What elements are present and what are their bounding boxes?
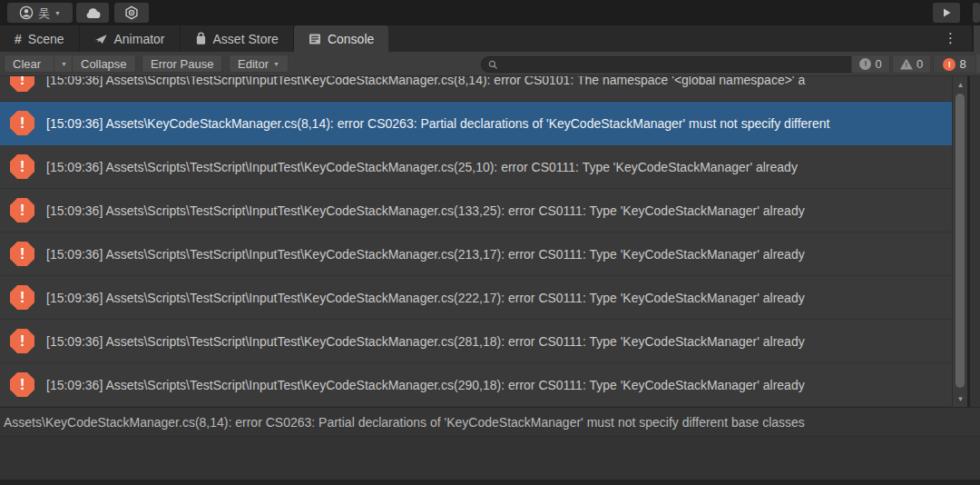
console-log-entry[interactable]: ! [15:09:36] Assets\KeyCodeStackManager.… bbox=[0, 102, 967, 145]
console-status-bar[interactable]: Assets\KeyCodeStackManager.cs(8,14): err… bbox=[0, 407, 980, 436]
empty-detail-area bbox=[0, 436, 980, 480]
tab-animator[interactable]: Animator bbox=[80, 25, 181, 52]
tab-console[interactable]: Console bbox=[294, 25, 388, 52]
info-count-toggle[interactable]: ! 0 bbox=[851, 54, 890, 74]
scroll-down-arrow-icon[interactable]: ▼ bbox=[953, 392, 968, 405]
vertical-scrollbar[interactable]: ▲ ▼ bbox=[952, 76, 967, 407]
window-bottom-edge bbox=[0, 480, 980, 485]
scrollbar-thumb[interactable] bbox=[956, 94, 965, 388]
hexagon-icon bbox=[124, 5, 139, 20]
collapse-label: Collapse bbox=[81, 57, 127, 71]
tab-label: Asset Store bbox=[213, 32, 279, 46]
console-toolbar: Clear ▼ Collapse Error Pause Editor ▼ ! … bbox=[0, 52, 980, 76]
cloud-icon bbox=[84, 7, 102, 19]
console-search-field[interactable] bbox=[481, 56, 866, 73]
panel-tab-bar: # Scene Animator Asset Store bbox=[0, 25, 980, 52]
tab-scene[interactable]: # Scene bbox=[0, 25, 80, 52]
chevron-down-icon: ▼ bbox=[273, 61, 279, 67]
log-entry-text: [15:09:36] Assets\Scripts\TestScript\Inp… bbox=[46, 334, 967, 349]
error-icon: ! bbox=[10, 372, 34, 397]
clear-button[interactable]: Clear bbox=[5, 55, 49, 72]
log-entry-text: [15:09:36] Assets\Scripts\TestScript\Inp… bbox=[46, 247, 967, 262]
package-hub-button[interactable] bbox=[114, 3, 149, 23]
tab-label: Scene bbox=[28, 32, 64, 46]
info-count: 0 bbox=[875, 57, 881, 71]
asset-store-bag-icon bbox=[195, 32, 207, 45]
panel-menu-kebab-icon[interactable]: ⋮ bbox=[944, 31, 955, 45]
console-log-entry[interactable]: ! [15:09:36] Assets\Scripts\TestScript\I… bbox=[0, 76, 967, 102]
toolbar-edge-button[interactable] bbox=[973, 3, 980, 23]
log-entry-text: [15:09:36] Assets\Scripts\TestScript\Inp… bbox=[46, 378, 967, 392]
console-log-entry[interactable]: ! [15:09:36] Assets\Scripts\TestScript\I… bbox=[0, 276, 967, 320]
warning-icon: ! bbox=[900, 59, 913, 70]
unity-editor-window: 吴 ▼ bbox=[0, 0, 980, 485]
error-count-toggle[interactable]: ! 8 bbox=[933, 54, 976, 74]
cloud-services-button[interactable] bbox=[76, 3, 109, 23]
log-entry-text: [15:09:36] Assets\Scripts\TestScript\Inp… bbox=[46, 291, 967, 305]
account-icon bbox=[19, 5, 34, 20]
scene-grid-icon: # bbox=[15, 33, 22, 45]
info-icon: ! bbox=[859, 58, 871, 70]
console-log-entry[interactable]: ! [15:09:36] Assets\Scripts\TestScript\I… bbox=[0, 363, 967, 407]
error-icon: ! bbox=[943, 58, 956, 71]
clear-dropdown-button[interactable]: ▼ bbox=[54, 55, 74, 72]
search-input[interactable] bbox=[503, 58, 858, 71]
editor-top-toolbar: 吴 ▼ bbox=[0, 0, 980, 25]
toolbar-edge-sliver bbox=[976, 54, 980, 73]
error-icon: ! bbox=[10, 285, 34, 310]
editor-dropdown-button[interactable]: Editor ▼ bbox=[229, 54, 289, 73]
warning-count-toggle[interactable]: ! 0 bbox=[892, 54, 931, 74]
account-name: 吴 bbox=[38, 7, 50, 19]
warning-count: 0 bbox=[916, 57, 923, 71]
console-log-entry[interactable]: ! [15:09:36] Assets\Scripts\TestScript\I… bbox=[0, 145, 967, 189]
console-log-list: ! [15:09:36] Assets\Scripts\TestScript\I… bbox=[0, 76, 967, 407]
tab-asset-store[interactable]: Asset Store bbox=[181, 25, 294, 52]
console-log-entry[interactable]: ! [15:09:36] Assets\Scripts\TestScript\I… bbox=[0, 233, 967, 276]
error-pause-label: Error Pause bbox=[151, 57, 213, 71]
log-entry-text: [15:09:36] Assets\Scripts\TestScript\Inp… bbox=[46, 160, 967, 174]
scroll-up-arrow-icon[interactable]: ▲ bbox=[953, 78, 968, 91]
console-log-entry[interactable]: ! [15:09:36] Assets\Scripts\TestScript\I… bbox=[0, 189, 967, 233]
error-icon: ! bbox=[10, 329, 34, 353]
collapse-button[interactable]: Collapse bbox=[72, 54, 136, 73]
chevron-down-icon: ▼ bbox=[54, 10, 61, 16]
error-icon: ! bbox=[10, 76, 34, 92]
log-entry-text: [15:09:36] Assets\Scripts\TestScript\Inp… bbox=[46, 76, 967, 87]
error-icon: ! bbox=[10, 111, 34, 135]
status-message: Assets\KeyCodeStackManager.cs(8,14): err… bbox=[4, 415, 805, 430]
error-icon: ! bbox=[10, 198, 34, 223]
editor-label: Editor bbox=[238, 57, 269, 71]
chevron-down-icon: ▼ bbox=[61, 61, 67, 67]
log-entry-text: [15:09:36] Assets\Scripts\TestScript\Inp… bbox=[46, 203, 967, 218]
animator-icon bbox=[94, 34, 108, 45]
error-icon: ! bbox=[10, 242, 34, 266]
log-entry-text: [15:09:36] Assets\KeyCodeStackManager.cs… bbox=[46, 116, 967, 131]
play-button[interactable] bbox=[933, 3, 960, 23]
adjacent-panel-edge bbox=[972, 25, 980, 52]
console-icon bbox=[309, 33, 321, 45]
console-log-entry[interactable]: ! [15:09:36] Assets\Scripts\TestScript\I… bbox=[0, 320, 967, 363]
error-pause-button[interactable]: Error Pause bbox=[142, 54, 222, 73]
error-icon: ! bbox=[10, 154, 34, 179]
window-edge-strip bbox=[967, 76, 980, 436]
account-button[interactable]: 吴 ▼ bbox=[7, 3, 73, 23]
play-icon bbox=[941, 7, 952, 18]
clear-button-group: Clear ▼ bbox=[4, 54, 74, 73]
search-icon bbox=[488, 60, 498, 70]
tab-label: Console bbox=[328, 32, 374, 46]
tab-label: Animator bbox=[114, 32, 165, 46]
error-count: 8 bbox=[959, 57, 965, 71]
